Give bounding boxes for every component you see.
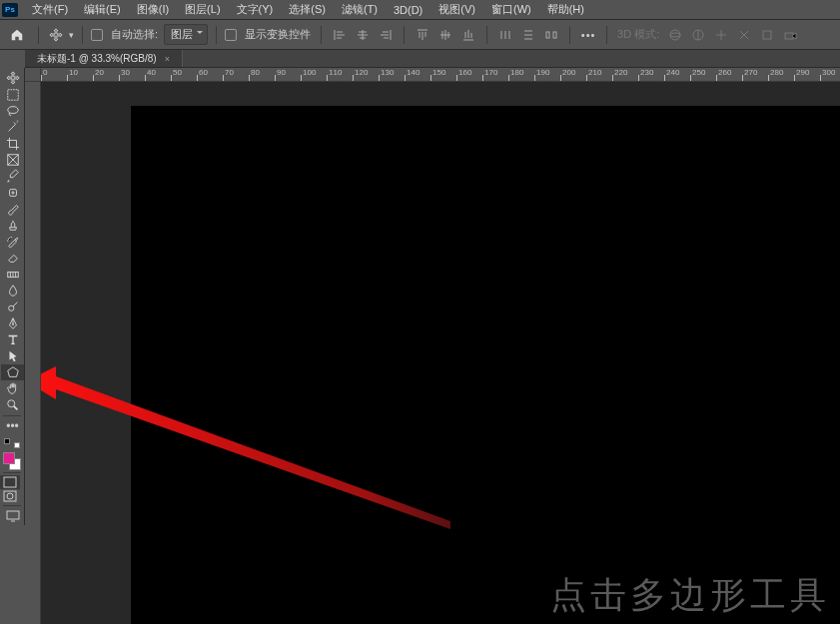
orbit-3d-button[interactable] [665, 25, 685, 45]
horizontal-ruler[interactable]: 0102030405060708090100110120130140150160… [41, 68, 840, 82]
camera-3d-button[interactable] [780, 25, 800, 45]
align-group [330, 25, 396, 45]
shape-polygon-tool[interactable] [1, 364, 24, 380]
zoom-tool[interactable] [1, 397, 24, 413]
standard-mode-button[interactable] [0, 475, 20, 489]
more-options-button[interactable]: ••• [578, 25, 598, 45]
document-canvas[interactable] [131, 106, 840, 624]
color-swatches[interactable] [3, 452, 21, 470]
brush-tool[interactable] [1, 201, 24, 217]
menu-select[interactable]: 选择(S) [281, 0, 334, 19]
instruction-caption: 点击多边形工具 [550, 571, 830, 620]
mode-3d-label: 3D 模式: [615, 27, 661, 42]
clone-stamp-tool[interactable] [1, 218, 24, 234]
pen-tool[interactable] [1, 315, 24, 331]
menu-layer[interactable]: 图层(L) [177, 0, 228, 19]
separator [38, 26, 39, 44]
distribute-space-button[interactable] [541, 25, 561, 45]
svg-rect-19 [7, 511, 19, 519]
separator [3, 415, 21, 416]
align-middle-button[interactable] [435, 25, 455, 45]
menu-image[interactable]: 图像(I) [129, 0, 177, 19]
mode-3d-group [665, 25, 800, 45]
auto-select-label: 自动选择: [109, 27, 160, 42]
menu-edit[interactable]: 编辑(E) [76, 0, 129, 19]
separator [321, 26, 322, 44]
transform-controls-checkbox[interactable] [225, 29, 237, 41]
gradient-tool[interactable] [1, 267, 24, 283]
slide-3d-button[interactable] [734, 25, 754, 45]
svg-rect-6 [785, 33, 793, 39]
align-right-button[interactable] [376, 25, 396, 45]
menu-filter[interactable]: 滤镜(T) [334, 0, 386, 19]
distribute-v-button[interactable] [518, 25, 538, 45]
auto-select-checkbox[interactable] [91, 29, 103, 41]
move-tool[interactable] [1, 70, 24, 86]
svg-rect-5 [763, 31, 771, 39]
vertical-ruler[interactable] [25, 82, 41, 624]
distribute-group [495, 25, 561, 45]
align-center-h-button[interactable] [353, 25, 373, 45]
transform-controls-label: 显示变换控件 [243, 27, 313, 42]
app-icon: Ps [2, 3, 18, 17]
lasso-tool[interactable] [1, 103, 24, 119]
marquee-rect-tool[interactable] [1, 87, 24, 103]
history-brush-tool[interactable] [1, 234, 24, 250]
frame-tool[interactable] [1, 152, 24, 168]
menu-help[interactable]: 帮助(H) [539, 0, 592, 19]
auto-select-dropdown[interactable]: 图层 [164, 24, 208, 45]
scale-3d-button[interactable] [757, 25, 777, 45]
align-bottom-button[interactable] [458, 25, 478, 45]
move-tool-icon[interactable] [47, 26, 65, 44]
pan-3d-button[interactable] [711, 25, 731, 45]
crop-tool[interactable] [1, 136, 24, 152]
separator [404, 26, 405, 44]
svg-point-3 [670, 33, 680, 37]
svg-rect-16 [4, 477, 16, 487]
eyedropper-tool[interactable] [1, 168, 24, 184]
screen-mode-button[interactable] [1, 508, 24, 524]
svg-rect-7 [7, 89, 18, 100]
magic-wand-tool[interactable] [1, 119, 24, 135]
distribute-h-button[interactable] [495, 25, 515, 45]
svg-point-18 [7, 493, 13, 499]
roll-3d-button[interactable] [688, 25, 708, 45]
svg-rect-1 [553, 32, 556, 38]
separator [82, 26, 83, 44]
align-v-group [413, 25, 478, 45]
healing-brush-tool[interactable] [1, 185, 24, 201]
blur-tool[interactable] [1, 283, 24, 299]
document-tab-label: 未标题-1 @ 33.3%(RGB/8) [37, 52, 157, 66]
svg-point-2 [670, 30, 680, 40]
menu-window[interactable]: 窗口(W) [483, 0, 539, 19]
ruler-corner [25, 68, 41, 82]
path-selection-tool[interactable] [1, 348, 24, 364]
home-button[interactable] [8, 26, 26, 44]
dodge-tool[interactable] [1, 299, 24, 314]
svg-point-8 [7, 107, 18, 114]
fg-color-swatch[interactable] [3, 452, 15, 464]
hand-tool[interactable] [1, 380, 24, 396]
document-tab[interactable]: 未标题-1 @ 33.3%(RGB/8) × [25, 50, 183, 67]
default-colors-icon[interactable] [4, 438, 20, 448]
align-left-button[interactable] [330, 25, 350, 45]
svg-point-13 [12, 323, 14, 325]
separator [3, 505, 21, 506]
menu-file[interactable]: 文件(F) [24, 0, 76, 19]
menu-view[interactable]: 视图(V) [430, 0, 483, 19]
quick-mask-button[interactable] [0, 489, 20, 503]
svg-marker-14 [7, 367, 18, 377]
separator [3, 472, 21, 473]
separator [569, 26, 570, 44]
eraser-tool[interactable] [1, 250, 24, 266]
separator [606, 26, 607, 44]
type-tool[interactable] [1, 331, 24, 347]
menu-3d[interactable]: 3D(D) [386, 2, 430, 18]
edit-toolbar-button[interactable]: ••• [1, 418, 24, 434]
svg-point-15 [7, 399, 14, 406]
canvas-viewport[interactable] [41, 82, 840, 624]
align-top-button[interactable] [413, 25, 432, 45]
separator [216, 26, 217, 44]
menu-type[interactable]: 文字(Y) [229, 0, 282, 19]
close-tab-icon[interactable]: × [165, 54, 170, 64]
